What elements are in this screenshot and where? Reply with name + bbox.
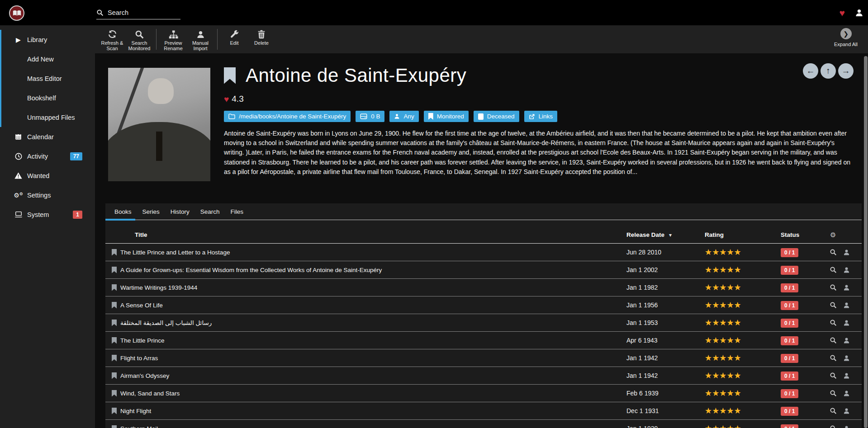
sidebar-item-add-new[interactable]: Add New [1, 49, 95, 69]
book-title[interactable]: A Guide for Grown-ups: Essential Wisdom … [119, 267, 626, 273]
book-title[interactable]: Night Flight [119, 408, 626, 414]
book-search-icon[interactable] [830, 354, 837, 362]
scroll-top-button[interactable]: ↑ [821, 63, 836, 79]
book-interactive-search-icon[interactable] [843, 425, 850, 428]
book-search-icon[interactable] [830, 372, 837, 379]
quality-label[interactable]: Any [389, 111, 418, 122]
sidebar-item-bookshelf[interactable]: Bookshelf [1, 88, 95, 108]
book-interactive-search-icon[interactable] [843, 320, 850, 326]
book-title[interactable]: Wartime Writings 1939-1944 [119, 284, 626, 291]
book-title[interactable]: The Little Prince and Letter to a Hostag… [119, 249, 626, 256]
book-interactive-search-icon[interactable] [843, 267, 850, 273]
book-monitored-bookmark-icon[interactable] [112, 249, 117, 256]
book-monitored-bookmark-icon[interactable] [112, 390, 117, 397]
sidebar-item-unmapped-files[interactable]: Unmapped Files [1, 108, 95, 127]
book-interactive-search-icon[interactable] [843, 302, 850, 309]
book-title[interactable]: رسائل الشباب إلى الصديقة المختلقة [119, 319, 626, 326]
book-interactive-search-icon[interactable] [843, 249, 850, 256]
user-account-icon[interactable] [855, 9, 863, 17]
book-interactive-search-icon[interactable] [843, 355, 850, 362]
book-interactive-search-icon[interactable] [843, 337, 850, 344]
table-options-gear-icon[interactable]: ⚙ [829, 231, 862, 239]
table-row[interactable]: Southern Mail Jan 1 1929 ★★★★★★★★★★ 0 / … [105, 420, 862, 428]
book-monitored-bookmark-icon[interactable] [112, 425, 117, 428]
tab-series[interactable]: Series [137, 203, 165, 220]
expand-all-button[interactable]: ❯ Expand All [830, 28, 862, 47]
edit-button[interactable]: Edit [221, 28, 248, 46]
book-title[interactable]: Airman's Odyssey [119, 372, 626, 379]
main-content: Refresh & Scan Search Monitored Preview … [95, 25, 868, 428]
table-row[interactable]: رسائل الشباب إلى الصديقة المختلقة Jan 1 … [105, 314, 862, 332]
column-title[interactable]: Title [119, 231, 626, 238]
sidebar-item-activity[interactable]: Activity 77 [1, 146, 95, 166]
size-label[interactable]: 0 B [356, 111, 384, 122]
table-row[interactable]: Wind, Sand and Stars Feb 6 1939 ★★★★★★★★… [105, 385, 862, 402]
table-row[interactable]: Night Flight Dec 1 1931 ★★★★★★★★★★ 0 / 1 [105, 402, 862, 420]
column-release-date[interactable]: Release Date▾ [626, 231, 705, 238]
book-monitored-bookmark-icon[interactable] [112, 284, 117, 291]
search-monitored-button[interactable]: Search Monitored [126, 28, 153, 51]
book-search-icon[interactable] [830, 249, 837, 256]
next-author-button[interactable]: → [838, 63, 854, 79]
sidebar-item-calendar[interactable]: Calendar [1, 127, 95, 146]
book-search-icon[interactable] [830, 390, 837, 397]
book-search-icon[interactable] [830, 337, 837, 344]
column-rating[interactable]: Rating [705, 231, 781, 238]
sidebar-item-settings[interactable]: ⚙⚙ Settings [1, 185, 95, 205]
book-monitored-bookmark-icon[interactable] [112, 408, 117, 414]
sidebar: ▶ Library Add New Mass Editor Bookshelf … [0, 25, 95, 428]
previous-author-button[interactable]: ← [803, 63, 818, 79]
preview-rename-button[interactable]: Preview Rename [160, 28, 187, 51]
path-label[interactable]: /media/books/Antoine de Saint-Exupéry [224, 111, 351, 122]
table-row[interactable]: Airman's Odyssey Jan 1 1942 ★★★★★★★★★★ 0… [105, 367, 862, 385]
table-row[interactable]: The Little Prince and Letter to a Hostag… [105, 244, 862, 261]
sidebar-item-system[interactable]: System 1 [1, 205, 95, 224]
column-status[interactable]: Status [781, 231, 829, 238]
book-interactive-search-icon[interactable] [843, 408, 850, 414]
book-interactive-search-icon[interactable] [843, 390, 850, 397]
monitored-bookmark-icon[interactable] [224, 67, 236, 84]
sidebar-item-wanted[interactable]: Wanted [1, 166, 95, 185]
book-search-icon[interactable] [830, 301, 837, 309]
delete-button[interactable]: Delete [248, 28, 275, 46]
donate-heart-icon[interactable]: ♥ [840, 8, 845, 18]
tab-history[interactable]: History [165, 203, 195, 220]
book-search-icon[interactable] [830, 319, 837, 326]
book-search-icon[interactable] [830, 407, 837, 414]
book-monitored-bookmark-icon[interactable] [112, 337, 117, 344]
book-title[interactable]: Flight to Arras [119, 355, 626, 362]
status-label[interactable]: Deceased [474, 111, 519, 122]
book-interactive-search-icon[interactable] [843, 284, 850, 291]
sidebar-item-library[interactable]: ▶ Library [1, 30, 95, 49]
table-row[interactable]: Wartime Writings 1939-1944 Jan 1 1982 ★★… [105, 279, 862, 296]
book-search-icon[interactable] [830, 284, 837, 291]
links-label[interactable]: Links [524, 111, 558, 122]
sidebar-item-mass-editor[interactable]: Mass Editor [1, 69, 95, 88]
tab-search[interactable]: Search [195, 203, 225, 220]
book-monitored-bookmark-icon[interactable] [112, 267, 117, 273]
search-input[interactable] [108, 9, 175, 16]
table-header: Title Release Date▾ Rating Status ⚙ [105, 220, 862, 244]
book-monitored-bookmark-icon[interactable] [112, 355, 117, 362]
refresh-scan-button[interactable]: Refresh & Scan [99, 28, 126, 51]
book-interactive-search-icon[interactable] [843, 372, 850, 379]
manual-import-button[interactable]: Manual Import [187, 28, 214, 51]
monitored-label[interactable]: Monitored [424, 111, 469, 122]
tab-books[interactable]: Books [109, 203, 137, 220]
book-monitored-bookmark-icon[interactable] [112, 302, 117, 309]
book-search-icon[interactable] [830, 425, 837, 428]
book-title[interactable]: A Sense Of Life [119, 302, 626, 309]
book-monitored-bookmark-icon[interactable] [112, 320, 117, 326]
book-monitored-bookmark-icon[interactable] [112, 372, 117, 379]
book-title[interactable]: Wind, Sand and Stars [119, 390, 626, 397]
table-row[interactable]: A Guide for Grown-ups: Essential Wisdom … [105, 261, 862, 279]
tab-files[interactable]: Files [225, 203, 249, 220]
readarr-logo-icon[interactable] [9, 5, 24, 21]
table-row[interactable]: The Little Prince Apr 6 1943 ★★★★★★★★★★ … [105, 332, 862, 349]
book-title[interactable]: Southern Mail [119, 425, 626, 428]
table-row[interactable]: Flight to Arras Jan 1 1942 ★★★★★★★★★★ 0 … [105, 349, 862, 367]
table-row[interactable]: A Sense Of Life Jan 1 1956 ★★★★★★★★★★ 0 … [105, 296, 862, 314]
vertical-scrollbar[interactable] [864, 56, 868, 428]
book-search-icon[interactable] [830, 266, 837, 273]
book-title[interactable]: The Little Prince [119, 337, 626, 344]
